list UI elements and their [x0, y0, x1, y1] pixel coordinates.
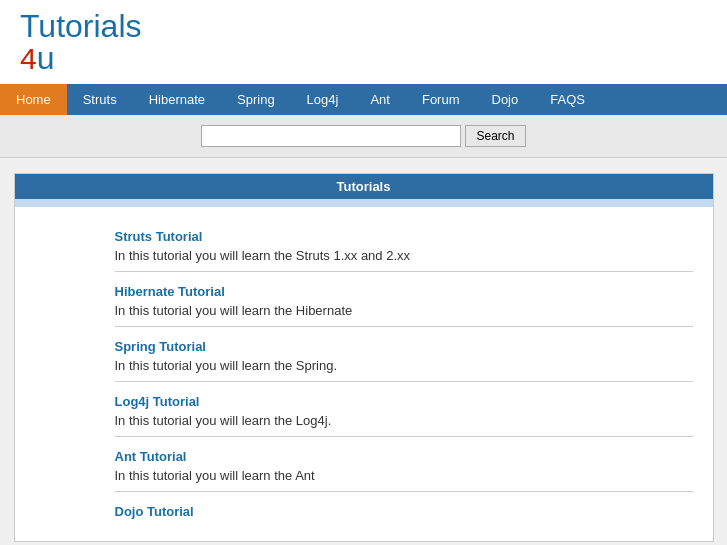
tutorial-desc: In this tutorial you will learn the Hibe… — [115, 303, 693, 318]
logo-u: u — [37, 40, 55, 76]
tutorials-section-header: Tutorials — [15, 174, 713, 199]
nav-item-home[interactable]: Home — [0, 84, 67, 115]
nav-item-spring[interactable]: Spring — [221, 84, 291, 115]
search-input[interactable] — [201, 125, 461, 147]
header: Tutorials 4u — [0, 0, 727, 84]
tutorial-item: Log4j TutorialIn this tutorial you will … — [115, 382, 693, 437]
logo: Tutorials 4u — [20, 10, 142, 74]
tutorial-link[interactable]: Ant Tutorial — [115, 449, 693, 464]
nav-item-hibernate[interactable]: Hibernate — [133, 84, 221, 115]
tutorial-desc: In this tutorial you will learn the Log4… — [115, 413, 693, 428]
tutorials-body: Struts TutorialIn this tutorial you will… — [15, 207, 713, 541]
tutorial-item: Spring TutorialIn this tutorial you will… — [115, 327, 693, 382]
nav-item-ant[interactable]: Ant — [354, 84, 406, 115]
nav-item-forum[interactable]: Forum — [406, 84, 476, 115]
logo-line1: Tutorials — [20, 10, 142, 42]
logo-four: 4 — [20, 42, 37, 75]
tutorial-link[interactable]: Struts Tutorial — [115, 229, 693, 244]
nav-item-struts[interactable]: Struts — [67, 84, 133, 115]
tutorials-subheader — [15, 199, 713, 207]
tutorial-item: Dojo Tutorial — [115, 492, 693, 531]
tutorial-item: Hibernate TutorialIn this tutorial you w… — [115, 272, 693, 327]
search-button[interactable]: Search — [465, 125, 525, 147]
tutorial-link[interactable]: Hibernate Tutorial — [115, 284, 693, 299]
tutorial-link[interactable]: Log4j Tutorial — [115, 394, 693, 409]
tutorial-link[interactable]: Dojo Tutorial — [115, 504, 693, 519]
tutorial-link[interactable]: Spring Tutorial — [115, 339, 693, 354]
tutorial-desc: In this tutorial you will learn the Stru… — [115, 248, 693, 263]
nav-item-dojo[interactable]: Dojo — [476, 84, 535, 115]
main-content: Tutorials Struts TutorialIn this tutoria… — [14, 173, 714, 542]
nav-item-faqs[interactable]: FAQS — [534, 84, 601, 115]
search-bar: Search — [0, 115, 727, 158]
tutorial-desc: In this tutorial you will learn the Ant — [115, 468, 693, 483]
tutorial-item: Struts TutorialIn this tutorial you will… — [115, 217, 693, 272]
nav-item-log4j[interactable]: Log4j — [291, 84, 355, 115]
logo-line2: 4u — [20, 42, 142, 74]
tutorial-desc: In this tutorial you will learn the Spri… — [115, 358, 693, 373]
tutorial-item: Ant TutorialIn this tutorial you will le… — [115, 437, 693, 492]
main-nav: HomeStrutsHibernateSpringLog4jAntForumDo… — [0, 84, 727, 115]
